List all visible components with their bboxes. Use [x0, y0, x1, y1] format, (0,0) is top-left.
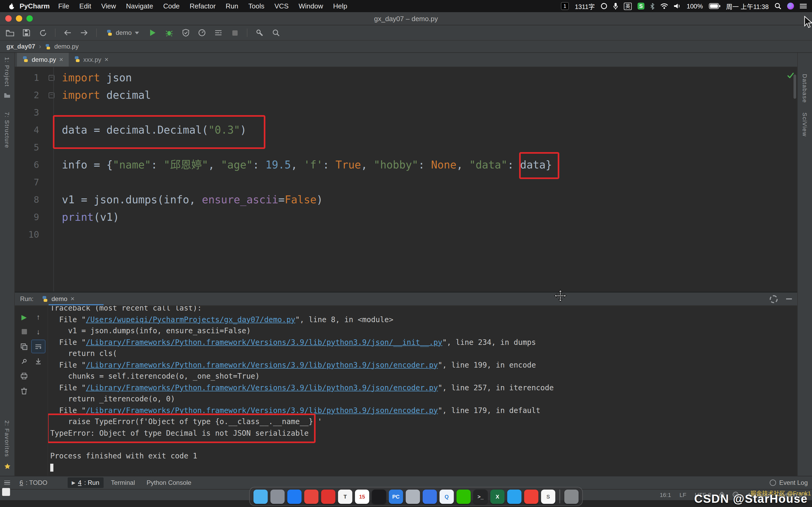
spotlight-icon[interactable] [774, 3, 781, 9]
editor-scrollbar[interactable] [794, 74, 796, 99]
rerun-button[interactable]: ▶ [17, 310, 31, 324]
folder-icon[interactable] [4, 91, 11, 101]
breadcrumb-file[interactable]: demo.py [54, 43, 79, 50]
battery-icon[interactable] [709, 3, 720, 9]
line-separator[interactable]: LF [679, 492, 687, 498]
menu-item-run[interactable]: Run [226, 2, 239, 10]
code-line[interactable]: 8v1 = json.dumps(info, ensure_ascii=Fals… [15, 191, 797, 209]
menu-item-vcs[interactable]: VCS [274, 2, 288, 10]
stack-trace-link[interactable]: /Library/Frameworks/Python.framework/Ver… [86, 360, 438, 369]
profiler-icon[interactable] [196, 27, 208, 39]
menu-item-navigate[interactable]: Navigate [126, 2, 153, 10]
stack-trace-link[interactable]: /Library/Frameworks/Python.framework/Ver… [86, 383, 438, 392]
soft-wrap-toggle[interactable] [31, 340, 45, 353]
menu-item-window[interactable]: Window [299, 2, 323, 10]
debug-button[interactable] [163, 27, 175, 39]
star-icon[interactable] [4, 462, 10, 471]
dock-app-music[interactable] [321, 489, 336, 504]
stop-button[interactable] [229, 27, 241, 39]
mic-icon[interactable] [613, 3, 618, 9]
menubar-clock-label[interactable]: 周一 上午11:38 [726, 2, 769, 11]
wrench-settings-icon[interactable] [254, 27, 265, 39]
tool-stripe-sciview[interactable]: SciView [802, 112, 808, 137]
menu-item-edit[interactable]: Edit [79, 2, 91, 10]
dock-app-safari[interactable] [287, 489, 302, 504]
back-arrow-icon[interactable] [62, 27, 73, 39]
run-console[interactable]: Traceback (most recent call last): File … [48, 306, 797, 476]
dock-app-trash[interactable] [564, 489, 578, 504]
dock-app-pc-manager[interactable]: PC [389, 489, 403, 504]
dock-app-app-gray[interactable] [406, 489, 420, 504]
dock-app-launchpad[interactable] [270, 489, 285, 504]
code-line[interactable]: 7 [15, 174, 797, 191]
close-tab-icon[interactable]: × [59, 57, 63, 62]
toolwindow-terminal[interactable]: Terminal [107, 477, 139, 488]
fold-marker[interactable]: − [45, 87, 58, 104]
toolwindow-todo[interactable]: 6: TODO [15, 477, 52, 488]
code-editor[interactable]: 1−import json2−import decimal34data = de… [15, 67, 797, 291]
toolwindow-run[interactable]: ▶4: Run [67, 477, 104, 488]
code-line[interactable]: 5 [15, 139, 797, 156]
dock-app-netease[interactable] [524, 489, 539, 504]
stack-trace-link[interactable]: /Users/wupeiqi/PycharmProjects/gx_day07/… [86, 315, 295, 324]
editor-tab-xxx.py[interactable]: xxx.py× [68, 53, 114, 66]
code-line[interactable]: 9print(v1) [15, 209, 797, 226]
stack-trace-link[interactable]: /Library/Frameworks/Python.framework/Ver… [86, 338, 443, 346]
menu-app-name[interactable]: PyCharm [19, 2, 50, 10]
ime-badge-icon[interactable]: 1 [561, 2, 569, 10]
code-line[interactable]: 6info = {"name": "邱恩婷", "age": 19.5, 'f'… [15, 156, 797, 174]
wifi-icon[interactable] [660, 3, 668, 9]
inspection-ok-icon[interactable] [787, 70, 794, 80]
editor-tab-demo.py[interactable]: demo.py× [17, 53, 68, 66]
dock-app-sketch-like[interactable]: S [541, 489, 555, 504]
clear-console-icon[interactable] [17, 384, 31, 398]
search-everywhere-icon[interactable] [270, 27, 282, 39]
up-stack-icon[interactable]: ↑ [31, 310, 45, 324]
volume-icon[interactable] [674, 3, 681, 9]
menu-item-help[interactable]: Help [333, 2, 347, 10]
restore-layout-icon[interactable] [17, 340, 31, 353]
gear-icon[interactable] [770, 295, 778, 303]
apple-menu-icon[interactable] [8, 2, 15, 10]
run-button[interactable] [147, 27, 159, 39]
sync-refresh-icon[interactable] [37, 27, 49, 39]
event-log-button[interactable]: Event Log [770, 479, 808, 487]
bluetooth-icon[interactable] [650, 3, 654, 9]
ring-icon[interactable] [601, 3, 607, 9]
dock-app-clock[interactable] [372, 489, 386, 504]
ime-lang-icon[interactable]: 英 [624, 2, 632, 10]
run-configuration-select[interactable]: demo [103, 28, 142, 38]
code-line[interactable]: 10 [15, 226, 797, 243]
run-with-coverage-icon[interactable] [180, 27, 191, 39]
close-run-tab-icon[interactable]: × [70, 296, 74, 301]
siri-icon[interactable] [787, 3, 794, 9]
dock-app-finder[interactable] [253, 489, 268, 504]
menu-item-tools[interactable]: Tools [248, 2, 265, 10]
dock-app-app-blue[interactable] [423, 489, 437, 504]
dock-app-qq[interactable]: Q [440, 489, 454, 504]
fold-marker[interactable]: − [45, 69, 58, 87]
forward-arrow-icon[interactable] [78, 27, 90, 39]
dock-app-wechat[interactable] [456, 489, 471, 504]
dock-app-bird-app[interactable] [507, 489, 521, 504]
hide-panel-icon[interactable] [786, 298, 792, 299]
print-icon[interactable] [17, 369, 31, 383]
tool-stripe-project[interactable]: 1: Project [4, 57, 10, 87]
caret-position[interactable]: 16:1 [660, 492, 671, 498]
pin-tab-icon[interactable] [17, 354, 31, 368]
stop-process-button[interactable] [17, 325, 31, 339]
dock-app-chrome[interactable] [304, 489, 318, 504]
tool-stripe-database[interactable]: Database [802, 74, 808, 103]
run-dashboard-icon[interactable] [212, 27, 224, 39]
dock-app-text-editor[interactable]: T [338, 489, 352, 504]
tool-stripe-favorites[interactable]: 2: Favorites [4, 420, 10, 457]
run-tab-demo[interactable]: demo × [42, 295, 74, 302]
open-folder-icon[interactable] [4, 27, 16, 39]
code-line[interactable]: 3 [15, 104, 797, 121]
menu-item-file[interactable]: File [58, 2, 69, 10]
code-line[interactable]: 1−import json [15, 69, 797, 87]
toolwindow-switcher-icon[interactable] [4, 481, 10, 485]
down-stack-icon[interactable]: ↓ [31, 325, 45, 339]
control-center-icon[interactable] [800, 3, 807, 9]
toolwindow-python-console[interactable]: Python Console [143, 477, 196, 488]
